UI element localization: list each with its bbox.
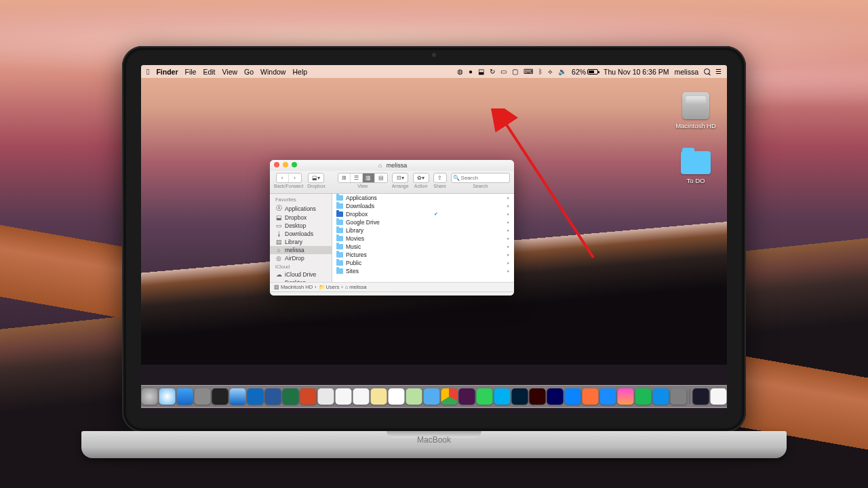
status-volume-icon[interactable]: 🔉 <box>558 68 566 75</box>
sidebar-item-library[interactable]: ▤Library <box>270 238 332 246</box>
desktop-icon-macintosh-hd[interactable]: Macintosh HD <box>674 92 717 129</box>
dock-app-chrome[interactable] <box>441 388 458 405</box>
list-item[interactable]: Movies▸ <box>332 235 514 243</box>
status-keyboard-icon[interactable]: ⌨ <box>524 68 533 75</box>
dock-app-keynote[interactable] <box>565 388 581 405</box>
list-item[interactable]: Applications▸ <box>332 194 514 202</box>
dock-app-photoshop[interactable] <box>512 388 528 405</box>
titlebar[interactable]: ⌂ melissa <box>270 160 514 171</box>
dock-app-illustrator[interactable] <box>530 388 546 405</box>
dock-app-notes[interactable] <box>371 388 387 405</box>
finder-window[interactable]: ⌂ melissa ‹ › Back/Forward ⬓▾ Dropbox <box>270 160 514 296</box>
status-user[interactable]: melissa <box>674 68 698 76</box>
minimize-button[interactable] <box>283 162 288 167</box>
list-item[interactable]: Public▸ <box>332 259 514 267</box>
list-item[interactable]: Dropbox✔▸ <box>332 210 514 218</box>
dock-app-textedit[interactable] <box>353 388 370 405</box>
path-bar[interactable]: ▧ Macintosh HD› 📁 Users› ⌂ melissa <box>270 282 514 291</box>
menu-go[interactable]: Go <box>244 68 254 76</box>
search-input[interactable] <box>451 173 510 183</box>
list-item[interactable]: Downloads▸ <box>332 202 514 210</box>
back-button[interactable]: ‹ <box>277 174 289 182</box>
sidebar-item-icloud-drive[interactable]: ☁iCloud Drive <box>270 270 332 279</box>
list-item[interactable]: Sites▸ <box>332 267 514 275</box>
view-list-button[interactable]: ☰ <box>351 174 363 182</box>
view-icons-button[interactable]: ⊞ <box>338 174 351 182</box>
dock-app-maps[interactable] <box>406 388 422 405</box>
dock-app-spotify[interactable] <box>635 388 652 405</box>
dock-app-twitter[interactable] <box>424 388 440 405</box>
menu-help[interactable]: Help <box>292 68 307 76</box>
menu-edit[interactable]: Edit <box>203 68 215 76</box>
status-onepassword-icon[interactable]: ◍ <box>457 68 463 75</box>
dock-app-firefox[interactable] <box>583 388 599 405</box>
path-segment[interactable]: 📁 Users <box>319 284 340 290</box>
column-list[interactable]: Applications▸ Downloads▸ Dropbox✔▸ Googl… <box>332 194 514 282</box>
view-columns-button[interactable]: ▥ <box>363 174 375 182</box>
dock[interactable] <box>141 385 727 408</box>
dock-app-launchpad[interactable] <box>142 388 158 405</box>
status-datetime[interactable]: Thu Nov 10 6:36 PM <box>604 68 669 76</box>
sidebar-item-dropbox[interactable]: ⬓Dropbox <box>270 214 332 222</box>
status-toggle-icon[interactable]: ● <box>469 68 473 75</box>
dock-app-downloads-stack[interactable] <box>711 388 727 405</box>
dock-app-appstore[interactable] <box>177 388 193 405</box>
dock-app-preview[interactable] <box>318 388 334 405</box>
view-coverflow-button[interactable]: ▤ <box>375 174 387 182</box>
chevron-right-icon: ▸ <box>507 220 510 225</box>
path-segment[interactable]: ▧ Macintosh HD <box>274 284 313 290</box>
list-item[interactable]: Music▸ <box>332 243 514 251</box>
arrange-button[interactable]: ⊟▾ <box>393 174 408 182</box>
path-segment[interactable]: ⌂ melissa <box>345 284 367 290</box>
dock-app-system-prefs[interactable] <box>195 388 211 405</box>
list-item[interactable]: Library▸ <box>332 226 514 235</box>
dock-app-afterfx[interactable] <box>547 388 564 405</box>
action-button[interactable]: ✿▾ <box>414 174 429 182</box>
forward-button[interactable]: › <box>289 174 301 182</box>
dock-app-itunes[interactable] <box>618 388 634 405</box>
dropbox-button[interactable]: ⬓▾ <box>309 174 323 182</box>
sidebar-item-airdrop[interactable]: ◎AirDrop <box>270 254 332 262</box>
dock-app-powerpoint[interactable] <box>300 388 317 405</box>
dock-app-slack[interactable] <box>459 388 475 405</box>
share-button[interactable]: ⇪ <box>434 174 446 182</box>
app-name[interactable]: Finder <box>156 68 178 76</box>
apple-menu-icon[interactable]:  <box>146 67 149 77</box>
dock-app-other1[interactable] <box>671 388 687 405</box>
dock-app-outlook[interactable] <box>248 388 264 405</box>
sidebar-item-desktop[interactable]: ▭Desktop <box>270 222 332 230</box>
desktop-icon-to-do[interactable]: To DO <box>674 147 717 184</box>
zoom-button[interactable] <box>292 162 297 167</box>
dock-app-pages[interactable] <box>336 388 352 405</box>
status-wifi-icon[interactable]: ⟡ <box>548 68 553 76</box>
status-display-icon[interactable]: ▭ <box>500 68 507 75</box>
status-bluetooth-icon[interactable]: ᛒ <box>538 68 542 75</box>
menu-view[interactable]: View <box>222 68 238 76</box>
close-button[interactable] <box>274 162 279 167</box>
list-item[interactable]: Pictures▸ <box>332 251 514 259</box>
sidebar-item-melissa[interactable]: ⌂melissa <box>270 246 332 254</box>
dock-app-calendar[interactable] <box>389 388 405 405</box>
dock-app-1password[interactable] <box>600 388 616 405</box>
status-airplay-icon[interactable]: ▢ <box>512 68 518 75</box>
sidebar-item-downloads[interactable]: ⭳Downloads <box>270 230 332 238</box>
dock-app-recent1[interactable] <box>693 388 709 405</box>
notification-center-icon[interactable]: ☰ <box>715 68 722 75</box>
dock-app-skype[interactable] <box>494 388 511 405</box>
menu-file[interactable]: File <box>184 68 196 76</box>
sidebar-item-applications[interactable]: ⒶApplications <box>270 203 332 214</box>
list-item[interactable]: Google Drive▸ <box>332 218 514 226</box>
dock-app-messages[interactable] <box>477 388 493 405</box>
dock-app-teamviewer[interactable] <box>653 388 669 405</box>
sidebar-item-icloud-desktop[interactable]: ▭Desktop <box>270 279 332 282</box>
dock-app-terminal[interactable] <box>212 388 229 405</box>
status-time-machine-icon[interactable]: ↻ <box>490 68 495 75</box>
dock-app-word[interactable] <box>265 388 281 405</box>
dock-app-safari[interactable] <box>159 388 176 405</box>
dock-app-excel[interactable] <box>283 388 299 405</box>
status-battery[interactable]: 62% <box>572 68 598 76</box>
menu-window[interactable]: Window <box>260 68 285 76</box>
status-dropbox-icon[interactable]: ⬓ <box>478 68 484 75</box>
dock-app-mail[interactable] <box>230 388 246 405</box>
spotlight-icon[interactable] <box>704 68 710 75</box>
